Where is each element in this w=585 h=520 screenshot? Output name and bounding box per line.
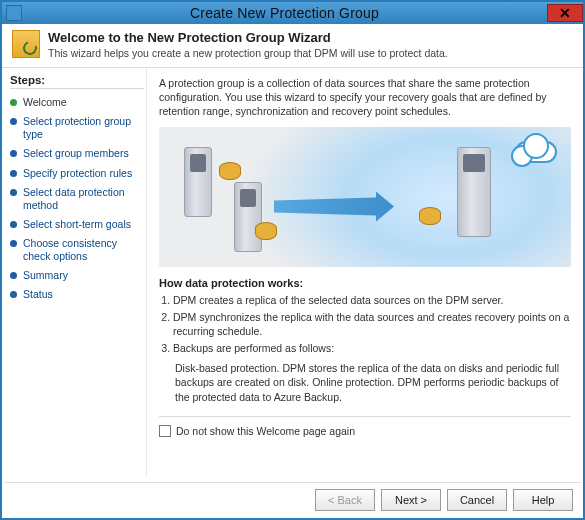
intro-text: A protection group is a collection of da… [159,76,571,119]
step-label: Summary [23,269,68,282]
bullet-icon [10,118,17,125]
checkbox-icon[interactable] [159,425,171,437]
cloud-icon [515,141,557,163]
bullet-icon [10,170,17,177]
step-label: Select group members [23,147,129,160]
page-title: Welcome to the New Protection Group Wiza… [48,30,448,45]
wizard-header-icon [12,30,40,58]
step-status[interactable]: Status [10,285,144,304]
step-label: Specify protection rules [23,167,132,180]
how-item: DPM creates a replica of the selected da… [173,293,571,307]
wizard-header: Welcome to the New Protection Group Wiza… [2,24,583,68]
bullet-icon [10,221,17,228]
step-welcome[interactable]: Welcome [10,93,144,112]
do-not-show-row[interactable]: Do not show this Welcome page again [159,425,571,437]
step-label: Select short-term goals [23,218,131,231]
dpm-server-icon [457,147,491,237]
step-label: Choose consistency check options [23,237,144,263]
page-subtitle: This wizard helps you create a new prote… [48,47,448,59]
steps-pane: Steps: Welcome Select protection group t… [2,68,147,476]
database-icon [419,207,441,225]
bullet-icon [10,272,17,279]
how-heading: How data protection works: [159,277,571,289]
window-title: Create New Protection Group [22,5,547,21]
help-button[interactable]: Help [513,489,573,511]
how-item: Backups are performed as follows: [173,341,571,355]
close-button[interactable]: ✕ [547,4,583,22]
step-select-short-term-goals[interactable]: Select short-term goals [10,215,144,234]
cancel-button[interactable]: Cancel [447,489,507,511]
step-label: Status [23,288,53,301]
folder-icon [219,162,241,180]
bullet-icon [10,291,17,298]
database-icon [255,222,277,240]
steps-heading: Steps: [10,74,144,89]
title-bar: Create New Protection Group ✕ [2,2,583,24]
server-icon [234,182,262,252]
how-list: DPM creates a replica of the selected da… [173,293,571,356]
step-specify-protection-rules[interactable]: Specify protection rules [10,164,144,183]
next-button[interactable]: Next > [381,489,441,511]
bullet-icon [10,150,17,157]
divider [159,416,571,417]
step-summary[interactable]: Summary [10,266,144,285]
bullet-icon [10,189,17,196]
step-select-group-members[interactable]: Select group members [10,144,144,163]
step-choose-consistency-check-options[interactable]: Choose consistency check options [10,234,144,266]
back-button: < Back [315,489,375,511]
backup-detail: Disk-based protection. DPM stores the re… [175,361,571,404]
protection-diagram [159,127,571,267]
main-area: Steps: Welcome Select protection group t… [2,68,583,476]
button-bar: < Back Next > Cancel Help [4,482,581,516]
close-icon: ✕ [559,6,571,20]
step-select-data-protection-method[interactable]: Select data protection method [10,183,144,215]
step-label: Select protection group type [23,115,144,141]
content-pane: A protection group is a collection of da… [147,68,583,476]
diagram-gradient [159,127,571,267]
how-item: DPM synchronizes the replica with the da… [173,310,571,338]
bullet-icon [10,240,17,247]
checkbox-label: Do not show this Welcome page again [176,425,355,437]
step-select-protection-group-type[interactable]: Select protection group type [10,112,144,144]
bullet-icon [10,99,17,106]
server-icon [184,147,212,217]
step-label: Welcome [23,96,67,109]
app-icon [6,5,22,21]
step-label: Select data protection method [23,186,144,212]
